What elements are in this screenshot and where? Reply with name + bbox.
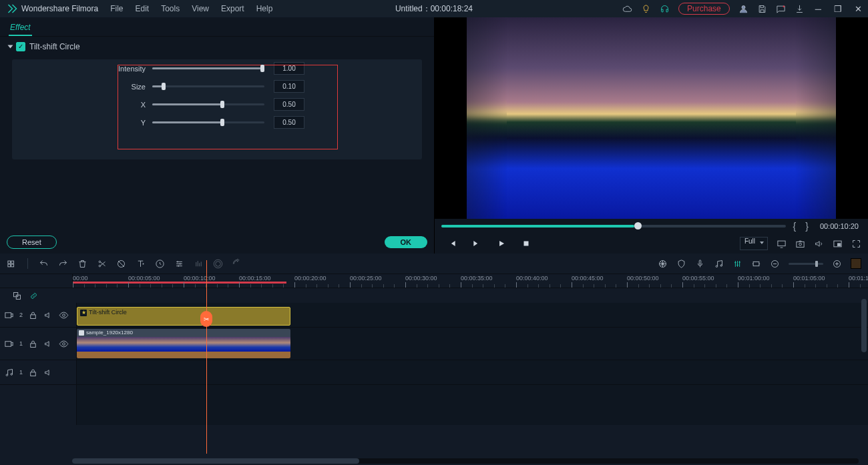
zoom-out-icon[interactable] <box>770 259 780 269</box>
music-icon[interactable] <box>714 259 724 269</box>
minimize-button[interactable]: ─ <box>813 4 823 14</box>
audio-adjust-icon[interactable] <box>194 259 204 269</box>
cloud-icon[interactable] <box>622 4 632 14</box>
record-icon[interactable] <box>213 259 223 269</box>
color-wheel-icon[interactable] <box>658 259 668 269</box>
playhead-grip[interactable]: ✂ <box>200 311 212 327</box>
link-icon[interactable] <box>29 291 39 301</box>
snapshot-icon[interactable] <box>795 239 805 249</box>
mark-in-button[interactable]: { <box>791 221 799 231</box>
save-icon[interactable] <box>757 4 767 14</box>
text-icon[interactable] <box>136 259 146 269</box>
svg-rect-28 <box>31 314 36 318</box>
clip-effect[interactable]: ★Tilt-shift Circle <box>77 307 290 326</box>
mark-out-button[interactable]: } <box>803 221 811 231</box>
timeline-vscrollbar[interactable] <box>861 299 867 352</box>
zoom-slider[interactable] <box>789 263 823 265</box>
track-lock-icon[interactable] <box>28 339 38 349</box>
param-x-value[interactable]: 0.50 <box>274 98 304 111</box>
next-frame-button[interactable] <box>471 239 481 249</box>
crop-icon[interactable] <box>751 259 761 269</box>
param-intensity-value[interactable]: 1.00 <box>274 62 304 75</box>
menu-view[interactable]: View <box>192 4 209 13</box>
effect-enable-checkbox[interactable]: ✓ <box>16 42 25 51</box>
maximize-button[interactable]: ❐ <box>832 4 844 14</box>
redo-icon[interactable] <box>58 259 68 269</box>
reset-button[interactable]: Reset <box>7 236 57 249</box>
param-y-slider[interactable] <box>152 121 264 123</box>
param-size-value[interactable]: 0.10 <box>274 80 304 93</box>
menu-edit[interactable]: Edit <box>136 4 150 13</box>
track-mute-icon[interactable] <box>43 339 53 349</box>
refresh-icon[interactable] <box>232 259 242 269</box>
param-y-value[interactable]: 0.50 <box>274 116 304 129</box>
fullscreen-icon[interactable] <box>851 239 861 249</box>
mixer-icon[interactable] <box>732 259 742 269</box>
effect-section-title: Tilt-shift Circle <box>29 42 80 51</box>
svg-point-16 <box>216 261 221 266</box>
menu-export[interactable]: Export <box>221 4 244 13</box>
track-video-num: 1 <box>19 340 23 347</box>
menu-tools[interactable]: Tools <box>161 4 180 13</box>
param-size-slider[interactable] <box>152 85 264 87</box>
adjust-icon[interactable] <box>174 259 184 269</box>
zoom-in-icon[interactable] <box>832 259 842 269</box>
pip-icon[interactable] <box>833 239 843 249</box>
split-icon[interactable] <box>97 259 107 269</box>
preview-quality-select[interactable]: Full <box>740 237 768 250</box>
timeline-ruler[interactable]: 00:0000:00:05:0000:00:10:0000:00:15:0000… <box>73 274 868 288</box>
effect-panel: Effect ✓ Tilt-shift Circle Intensity1.00… <box>0 17 435 254</box>
svg-rect-19 <box>699 260 701 264</box>
svg-rect-4 <box>797 242 804 247</box>
track-row-effect: 2 ★Tilt-shift Circle <box>0 303 868 328</box>
track-mute-icon[interactable] <box>43 310 53 320</box>
svg-point-34 <box>11 373 13 375</box>
track-mute-icon[interactable] <box>43 368 53 378</box>
menu-file[interactable]: File <box>110 4 123 13</box>
collapse-icon[interactable] <box>8 45 13 49</box>
message-icon[interactable] <box>776 4 786 14</box>
title-bar: Wondershare Filmora File Edit Tools View… <box>0 0 868 17</box>
delete-icon[interactable] <box>77 259 87 269</box>
clip-video[interactable]: sample_1920x1280 <box>77 329 290 358</box>
preview-scrubber[interactable] <box>441 225 786 227</box>
param-intensity-label: Intensity <box>12 65 152 73</box>
param-intensity-slider[interactable] <box>152 67 264 69</box>
stop-button[interactable] <box>521 239 531 249</box>
download-icon[interactable] <box>795 4 805 14</box>
timeline-hscrollbar[interactable] <box>72 458 859 464</box>
svg-rect-25 <box>14 292 18 296</box>
crop-circle-icon[interactable] <box>116 259 126 269</box>
track-lock-icon[interactable] <box>28 368 38 378</box>
display-icon[interactable] <box>777 239 787 249</box>
play-button[interactable] <box>496 239 506 249</box>
ok-button[interactable]: OK <box>385 236 428 248</box>
svg-point-21 <box>720 264 722 266</box>
track-visible-icon[interactable] <box>59 339 69 349</box>
volume-icon[interactable] <box>814 239 824 249</box>
idea-icon[interactable] <box>641 4 651 14</box>
duplicate-icon[interactable] <box>12 291 22 301</box>
prev-frame-button[interactable] <box>447 239 457 249</box>
track-audio-icon <box>4 368 14 378</box>
marker-shield-icon[interactable] <box>676 259 686 269</box>
speed-icon[interactable] <box>155 259 165 269</box>
menu-help[interactable]: Help <box>256 4 273 13</box>
color-preview[interactable] <box>851 258 861 269</box>
param-x-slider[interactable] <box>152 103 264 105</box>
undo-icon[interactable] <box>39 259 49 269</box>
account-icon[interactable] <box>738 4 748 14</box>
svg-point-13 <box>99 265 101 267</box>
tab-effect[interactable]: Effect <box>9 23 32 36</box>
add-track-icon[interactable] <box>7 259 17 269</box>
svg-rect-2 <box>523 242 528 246</box>
close-button[interactable]: ✕ <box>853 4 864 14</box>
purchase-button[interactable]: Purchase <box>678 3 730 15</box>
track-lock-icon[interactable] <box>28 310 38 320</box>
support-icon[interactable] <box>660 4 670 14</box>
svg-rect-27 <box>5 312 11 318</box>
voiceover-icon[interactable] <box>695 259 705 269</box>
preview-panel: { } 00:00:10:20 Full <box>435 17 868 254</box>
track-visible-icon[interactable] <box>59 310 69 320</box>
track-video-icon <box>4 310 14 320</box>
